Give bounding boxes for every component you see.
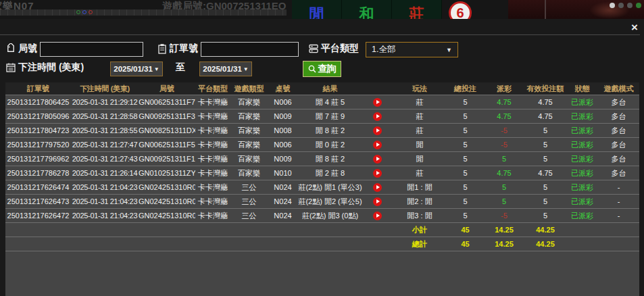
result-text: 閒 8 莊 2 [298, 126, 362, 136]
bet-zone-tie[interactable]: 和 [342, 0, 392, 19]
cell-result: 莊(2點) 閒1 (單公3) [298, 182, 393, 193]
cell-status: 已派彩 [566, 182, 598, 193]
cell-wager: 閒2 : 閒 [393, 197, 447, 207]
platform-select-value: 1.全部 [372, 44, 395, 55]
play-video-button[interactable] [362, 98, 393, 107]
cell-platform: 卡卡灣廳 [195, 168, 230, 178]
cell-platform: 卡卡灣廳 [195, 154, 230, 164]
total-valid: 44.25 [524, 240, 566, 248]
cell-total-bet: 5 [447, 169, 484, 177]
bet-zone-banker[interactable]: 莊 [392, 0, 442, 19]
play-video-button[interactable] [362, 212, 393, 220]
cell-time: 2025-01-31 21:04:23 [71, 212, 139, 220]
search-button-label: 查詢 [318, 63, 337, 75]
platform-select[interactable]: 1.全部 ▼ [366, 42, 458, 57]
modal-divider [0, 34, 640, 35]
cell-table-no: N024 [268, 212, 298, 220]
cell-time: 2025-01-31 21:27:47 [71, 141, 139, 149]
cell-valid-bet: 5 [524, 183, 566, 191]
play-icon [373, 183, 382, 192]
total-payout: 14.25 [484, 240, 524, 248]
cell-status: 已派彩 [566, 211, 598, 221]
round-filter-label: 局號 [18, 43, 37, 55]
table-row: 2501312177975202025-01-31 21:27:47GN0062… [5, 137, 639, 151]
cell-game-type: 三公 [230, 182, 268, 193]
cell-order: 250131217786278 [5, 169, 71, 177]
cell-order: 250131217796962 [5, 155, 71, 163]
cell-game-type: 百家樂 [230, 112, 268, 122]
cell-valid-bet: 5 [524, 212, 566, 220]
order-filter-label: 訂單號 [170, 43, 198, 55]
cell-time: 2025-01-31 21:28:58 [71, 112, 139, 120]
play-video-button[interactable] [362, 155, 393, 164]
column-header: 遊戲模式 [598, 84, 639, 94]
cell-valid-bet: 5 [524, 141, 566, 149]
play-icon [373, 197, 382, 206]
cell-result: 閒 7 莊 9 [298, 112, 393, 122]
result-text: 閒 7 莊 9 [298, 112, 362, 122]
date-from-dropdown[interactable]: 2025/01/31 ▼ [110, 61, 163, 76]
close-icon[interactable]: × [628, 22, 641, 34]
top-game-bar: 家樂N07 遊戲局號:GN007251311EO 閒和莊 6 [0, 0, 644, 19]
dropdown-arrow-icon: ▼ [446, 47, 452, 53]
calendar-icon [5, 62, 16, 73]
bet-time-filter-label: 下注時間 (美東) [18, 61, 84, 74]
cell-valid-bet: 5 [524, 155, 566, 163]
play-icon [373, 141, 382, 149]
play-video-button[interactable] [362, 197, 393, 206]
round-input[interactable] [40, 42, 143, 57]
play-video-button[interactable] [362, 183, 393, 192]
records-table: 訂單號下注時間 (美東)局號平台類型遊戲類型桌號結果玩法總投注派彩有效投注額狀態… [5, 82, 639, 296]
order-input[interactable] [201, 42, 299, 57]
bet-zone-label: 莊 [410, 4, 424, 19]
clipboard-icon [157, 43, 168, 54]
play-icon [373, 212, 382, 220]
roadmap-dot [76, 10, 80, 14]
column-header: 遊戲類型 [230, 84, 268, 94]
cell-platform: 卡卡灣廳 [195, 182, 230, 193]
cell-table-no: N010 [268, 169, 298, 177]
play-video-button[interactable] [362, 112, 393, 121]
cell-total-bet: 5 [447, 126, 484, 134]
column-header: 下注時間 (美東) [71, 84, 139, 94]
platform-list-icon [308, 43, 319, 54]
date-to-label: 至 [176, 61, 185, 74]
bet-zone-player[interactable]: 閒 [292, 0, 342, 19]
cell-payout: -5 [484, 126, 524, 134]
roadmap-dots [76, 10, 93, 14]
records-body: 2501312178064252025-01-31 21:29:12GN0062… [5, 95, 639, 222]
table-row: 2501312178047232025-01-31 21:28:55GN0082… [5, 123, 639, 137]
column-header: 狀態 [566, 84, 598, 94]
cell-status: 已派彩 [566, 112, 598, 122]
search-button[interactable]: 查詢 [303, 61, 341, 77]
play-video-button[interactable] [362, 141, 393, 149]
result-text: 莊(2點) 閒2 (單公5) [298, 197, 362, 207]
cell-platform: 卡卡灣廳 [195, 197, 230, 207]
cell-time: 2025-01-31 21:29:12 [71, 98, 139, 106]
dropdown-arrow-icon: ▼ [154, 66, 159, 72]
search-icon [308, 65, 316, 73]
cell-order: 250131217804723 [5, 126, 71, 134]
cell-valid-bet: 4.75 [524, 169, 566, 177]
cell-payout: 5 [484, 183, 524, 191]
cell-status: 已派彩 [566, 197, 598, 207]
cell-round: GN024251310R0 [139, 183, 195, 191]
date-to-dropdown[interactable]: 2025/01/31 ▼ [199, 61, 252, 76]
cell-round: GN009251311F3 [139, 112, 195, 120]
play-video-button[interactable] [362, 169, 393, 178]
cell-game-type: 百家樂 [230, 140, 268, 150]
app-stage: 家樂N07 遊戲局號:GN007251311EO 閒和莊 6 × 局號 訂單號 [0, 0, 644, 296]
cell-payout: 5 [484, 197, 524, 205]
result-text: 莊(2點) 閒1 (單公3) [298, 182, 362, 193]
result-text: 閒 8 莊 2 [298, 154, 362, 164]
cell-status: 已派彩 [566, 140, 598, 150]
column-header: 訂單號 [5, 84, 71, 94]
date-from-value: 2025/01/31 [114, 65, 153, 73]
cell-table-no: N024 [268, 197, 298, 205]
cell-result: 閒 8 莊 2 [298, 126, 393, 136]
cell-valid-bet: 5 [524, 197, 566, 205]
cell-wager: 莊 [393, 112, 447, 122]
play-icon [373, 155, 382, 164]
play-video-button[interactable] [362, 126, 393, 135]
cell-wager: 莊 [393, 168, 447, 178]
